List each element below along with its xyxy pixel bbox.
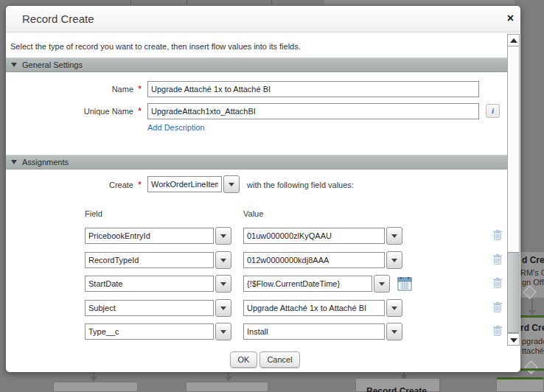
assignment-row <box>6 299 507 318</box>
field-input[interactable] <box>85 276 214 292</box>
field-dropdown-button[interactable] <box>215 251 231 269</box>
connector-arrowhead-icon <box>90 377 97 382</box>
chevron-down-icon <box>220 282 226 286</box>
required-marker: * <box>138 83 142 94</box>
flow-node-title: d Cre <box>522 255 544 265</box>
chevron-down-icon <box>391 234 397 238</box>
field-column-header: Field <box>85 209 102 218</box>
field-input[interactable] <box>85 323 214 340</box>
chevron-down-icon <box>391 307 397 310</box>
flow-node-title: rd Cre <box>520 323 544 333</box>
section-header-general-settings[interactable]: General Settings <box>6 57 507 72</box>
assignment-row <box>6 227 507 246</box>
field-input[interactable] <box>85 228 214 244</box>
flow-node-text: ttaché <box>522 346 544 355</box>
scrollbar-down-button[interactable] <box>507 333 520 346</box>
chevron-down-icon <box>220 234 226 238</box>
ok-button[interactable]: OK <box>230 351 257 368</box>
value-dropdown-button[interactable] <box>386 251 402 269</box>
create-label: Create <box>4 181 133 189</box>
create-object-input[interactable] <box>147 176 222 192</box>
flow-node <box>186 382 268 392</box>
dialog-titlebar: Record Create × <box>6 6 520 32</box>
background-node-edge <box>186 0 187 4</box>
value-dropdown-button[interactable] <box>386 227 402 245</box>
value-input[interactable] <box>243 252 385 268</box>
unique-name-input[interactable] <box>147 103 479 119</box>
flow-node-sliver: rd Cre pgrade ttaché <box>520 318 544 368</box>
triangle-down-icon <box>510 338 517 343</box>
chevron-down-icon <box>379 282 385 286</box>
connector-arrowhead-icon <box>225 377 232 382</box>
required-marker: * <box>138 105 142 116</box>
add-description-link[interactable]: Add Description <box>147 123 205 132</box>
value-dropdown-button[interactable] <box>386 299 402 317</box>
connector-arrow <box>531 299 533 310</box>
field-dropdown-button[interactable] <box>215 227 231 245</box>
background-node-edge <box>130 0 131 4</box>
assignment-row <box>6 275 507 294</box>
field-input[interactable] <box>85 300 214 316</box>
collapse-triangle-icon <box>11 63 17 67</box>
delete-row-icon[interactable] <box>492 277 503 292</box>
chevron-down-icon <box>229 183 234 186</box>
name-label: Name <box>4 85 133 94</box>
name-input[interactable] <box>147 81 479 97</box>
date-picker-icon[interactable] <box>397 276 412 294</box>
section-label: General Settings <box>22 60 83 69</box>
field-dropdown-button[interactable] <box>215 299 231 317</box>
create-suffix-text: with the following field values: <box>247 181 354 189</box>
chevron-down-icon <box>220 259 226 262</box>
flow-node <box>53 382 138 392</box>
required-marker: * <box>138 179 142 190</box>
delete-row-icon[interactable] <box>492 229 503 244</box>
chevron-down-icon <box>391 330 397 334</box>
value-input[interactable] <box>243 228 385 244</box>
background-node-sliver <box>324 0 515 4</box>
unique-name-label: Unique Name <box>4 107 133 116</box>
close-icon[interactable]: × <box>507 11 514 26</box>
field-input[interactable] <box>85 252 214 268</box>
dialog-description: Select the type of record you want to cr… <box>10 42 301 51</box>
value-dropdown-button[interactable] <box>374 275 390 293</box>
triangle-up-icon <box>510 38 517 43</box>
scrollbar-up-button[interactable] <box>507 34 520 46</box>
field-dropdown-button[interactable] <box>215 323 231 340</box>
delete-row-icon[interactable] <box>492 253 503 268</box>
scrollbar-thumb[interactable] <box>507 252 520 333</box>
flow-node-text: RM's C <box>520 268 544 277</box>
value-input[interactable] <box>243 276 372 292</box>
assignment-row <box>6 323 507 342</box>
flow-node-text: pgrade <box>522 337 544 346</box>
value-dropdown-button[interactable] <box>386 323 402 340</box>
flow-node-title: Record Create <box>366 386 427 392</box>
dialog-title: Record Create <box>22 13 94 25</box>
chevron-down-icon <box>391 259 397 262</box>
flow-node <box>496 377 544 392</box>
value-column-header: Value <box>243 209 263 218</box>
flow-node-green-bar <box>520 368 544 371</box>
field-dropdown-button[interactable] <box>215 275 231 293</box>
cancel-button[interactable]: Cancel <box>259 351 300 368</box>
delete-row-icon[interactable] <box>492 325 503 340</box>
chevron-down-icon <box>220 307 226 310</box>
section-label: Assignments <box>22 158 69 167</box>
flow-node-record-create: Record Create <box>355 378 440 392</box>
assignment-row <box>6 251 507 270</box>
record-create-dialog: Record Create × Select the type of recor… <box>6 6 520 372</box>
flow-node-text: gn Off <box>522 278 544 287</box>
background-node-edge <box>271 0 272 4</box>
value-input[interactable] <box>243 300 385 316</box>
collapse-triangle-icon <box>11 160 17 164</box>
value-input[interactable] <box>243 323 385 340</box>
info-icon[interactable]: i <box>486 104 500 118</box>
section-header-assignments[interactable]: Assignments <box>6 155 507 169</box>
delete-row-icon[interactable] <box>492 301 503 316</box>
chevron-down-icon <box>220 330 226 334</box>
connector-arrowhead-icon <box>529 310 536 315</box>
create-object-dropdown-button[interactable] <box>223 175 240 193</box>
